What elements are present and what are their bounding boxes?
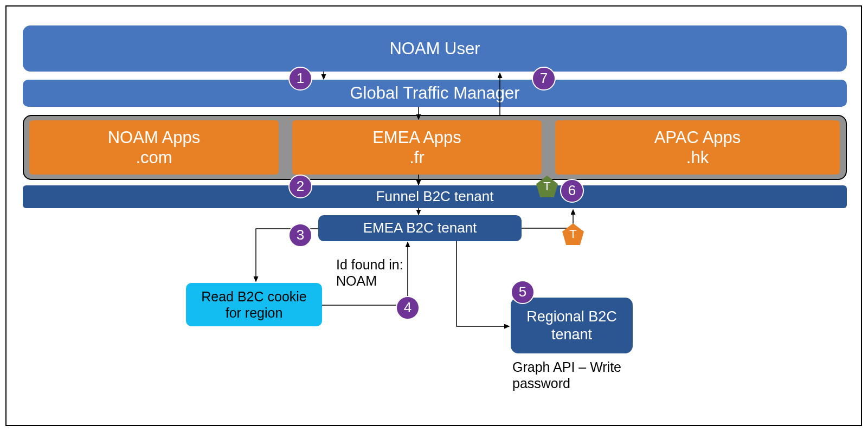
step-badge-6: 6 <box>560 179 584 203</box>
box-noam-user: NOAM User <box>23 25 847 72</box>
box-regional-b2c-tenant: Regional B2Ctenant <box>511 298 633 353</box>
box-funnel-b2c-tenant: Funnel B2C tenant <box>23 185 847 208</box>
box-apac-apps: APAC Apps.hk <box>555 120 840 175</box>
box-read-cookie: Read B2C cookiefor region <box>186 283 322 326</box>
diagram-frame: NOAM User Global Traffic Manager NOAM Ap… <box>5 5 862 426</box>
note-id-found: Id found in:NOAM <box>336 256 423 294</box>
step-badge-3: 3 <box>288 223 312 247</box>
note-graph-api: Graph API – Writepassword <box>512 359 675 397</box>
step-badge-4: 4 <box>396 296 420 320</box>
step-badge-5: 5 <box>511 280 535 304</box>
box-noam-apps: NOAM Apps.com <box>29 120 279 175</box>
step-badge-7: 7 <box>532 67 556 91</box>
box-emea-apps: EMEA Apps.fr <box>292 120 542 175</box>
step-badge-1: 1 <box>288 67 312 91</box>
step-badge-2: 2 <box>288 175 312 198</box>
token-pentagon-orange: T <box>562 223 584 245</box>
box-emea-b2c-tenant: EMEA B2C tenant <box>318 215 522 241</box>
box-global-traffic-manager: Global Traffic Manager <box>23 80 847 107</box>
